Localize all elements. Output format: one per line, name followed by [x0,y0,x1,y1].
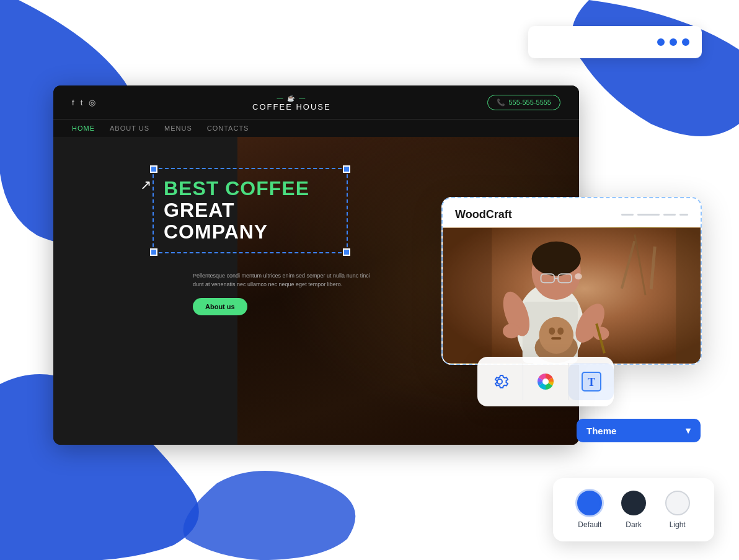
theme-dropdown[interactable]: Theme ▾ [577,419,701,442]
theme-label-default: Default [578,520,601,529]
selection-handle-tr [343,165,350,173]
theme-circle-dark [621,491,646,515]
svg-rect-23 [676,228,701,363]
coffee-nav: HOME ABOUT US MENUS CONTACTS [53,120,579,137]
phone-number: 555-555-5555 [508,98,551,106]
toolbar-text-item[interactable]: T [569,363,614,400]
text-icon: T [580,370,603,393]
header-line-2 [637,214,660,216]
coffee-logo: — ☕ — COFFEE HOUSE [252,93,331,112]
browser-dot-3 [682,38,689,46]
hero-subtitle: Pellentesque condi mentum ultrices enim … [193,271,379,289]
about-us-button[interactable]: About us [193,298,247,315]
nav-about[interactable]: ABOUT US [110,125,149,132]
header-line-3 [663,214,676,216]
svg-point-20 [557,328,564,335]
browser-dot-2 [670,38,677,46]
selection-handle-bl [150,248,157,256]
svg-point-16 [575,273,582,279]
theme-label-dark: Dark [626,520,641,529]
header-line-4 [679,214,688,216]
hero-title-green: BEST COFFEE [164,178,337,199]
theme-options-panel: Default Dark Light [553,478,714,541]
craftsman-illustration [443,227,701,364]
woodcraft-panel: WoodCraft [441,197,702,365]
cursor-arrow: ↗ [140,177,151,193]
color-wheel-icon [536,372,555,392]
theme-option-default[interactable]: Default [577,491,602,529]
logo-name: COFFEE HOUSE [252,102,331,112]
nav-menus[interactable]: MENUS [164,125,192,132]
svg-text:T: T [588,376,595,388]
twitter-icon: t [81,98,83,107]
instagram-icon: ◎ [89,98,95,107]
theme-option-light[interactable]: Light [665,491,690,529]
facebook-icon: f [72,98,74,107]
woodcraft-title: WoodCraft [455,208,512,221]
browser-dot-group [657,38,689,46]
nav-contacts[interactable]: CONTACTS [207,125,249,132]
nav-home[interactable]: HOME [72,125,95,132]
woodcraft-header-lines [621,214,688,216]
browser-dot-1 [657,38,665,46]
svg-point-8 [503,324,520,339]
selection-handle-tl [150,165,157,173]
theme-circle-default [577,491,602,515]
selection-handle-br [343,248,350,256]
theme-label-light: Light [670,520,686,529]
svg-point-19 [549,328,555,335]
theme-option-dark[interactable]: Dark [621,491,646,529]
toolbar-panel: T [477,357,614,406]
woodcraft-image [443,227,701,364]
svg-point-25 [542,378,549,385]
svg-rect-21 [551,337,561,339]
woodcraft-panel-header: WoodCraft [443,198,701,227]
gear-icon [490,372,510,392]
chevron-down-icon: ▾ [686,425,691,436]
svg-point-12 [532,242,581,276]
coffee-phone: 📞 555-555-5555 [487,95,560,110]
phone-icon: 📞 [497,98,505,107]
social-icons: f t ◎ [72,98,95,107]
hero-title-white: GREAT COMPANY [164,199,337,243]
header-line-1 [621,214,634,216]
toolbar-settings-item[interactable] [477,363,523,400]
logo-tagline: — ☕ — [277,95,307,102]
svg-point-18 [539,317,573,354]
browser-top-bar [528,26,702,58]
toolbar-color-item[interactable] [523,363,569,400]
hero-text-selection-box: BEST COFFEE GREAT COMPANY [153,168,348,253]
theme-circle-light [665,491,690,515]
theme-label: Theme [586,426,616,436]
hero-body-area: Pellentesque condi mentum ultrices enim … [193,264,379,315]
coffee-site-header: f t ◎ — ☕ — COFFEE HOUSE 📞 555-555-5555 [53,85,579,120]
svg-rect-22 [443,228,492,363]
